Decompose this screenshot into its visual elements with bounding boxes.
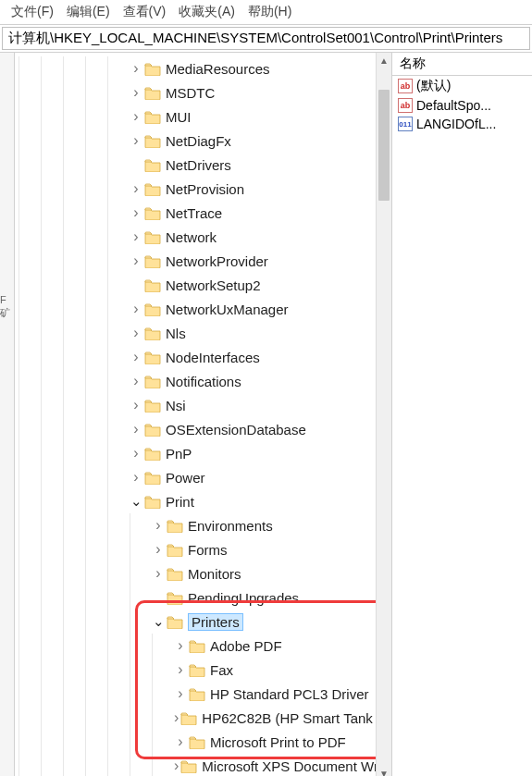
tree-node[interactable]: ›HP62C82B (HP Smart Tank 530 series) [19,706,373,730]
expand-chevron-icon[interactable]: › [174,661,187,678]
tree-node[interactable]: ›Microsoft Print to PDF [19,730,373,754]
tree-node[interactable]: ›MediaResources [19,56,373,80]
scroll-up-icon[interactable]: ▲ [377,53,391,68]
tree-node[interactable]: ›Network [19,225,373,249]
tree-node[interactable]: ›NodeInterfaces [19,345,373,369]
menu-help[interactable]: 帮助(H) [242,2,297,22]
expand-chevron-icon[interactable]: › [130,445,142,462]
expand-chevron-icon[interactable]: › [130,108,142,125]
value-name: (默认) [416,78,451,94]
tree-pane: ›MediaResources›MSDTC›MUI›NetDiagFxNetDr… [15,53,392,776]
tree-node-label: NetworkUxManager [166,302,289,317]
folder-icon [144,495,161,509]
tree-node-label: NetTrace [166,205,222,221]
expand-chevron-icon[interactable]: › [152,517,165,534]
folder-icon [144,62,161,76]
expand-chevron-icon[interactable]: › [130,325,142,341]
expand-chevron-icon[interactable]: › [130,373,142,389]
expand-chevron-icon[interactable]: › [130,132,142,149]
tree-node[interactable]: ›MUI [19,105,373,129]
address-bar[interactable]: 计算机\HKEY_LOCAL_MACHINE\SYSTEM\ControlSet… [2,27,530,50]
value-row[interactable]: abDefaultSpo... [392,96,532,115]
tree-node-label: Microsoft Print to PDF [210,734,346,750]
column-header-name[interactable]: 名称 [392,53,532,76]
menu-edit[interactable]: 编辑(E) [61,2,116,22]
menu-view[interactable]: 查看(V) [118,2,172,22]
tree-node[interactable]: ›NetworkUxManager [19,297,373,321]
expand-chevron-icon[interactable]: › [130,397,142,413]
tree-node[interactable]: ›NetTrace [19,201,373,225]
tree-node-label: Network [166,229,217,245]
tree-node[interactable]: ›NetDiagFx [19,129,373,153]
expand-chevron-icon[interactable]: › [174,685,187,702]
tree-node[interactable]: ›NetworkProvider [19,249,373,273]
expand-chevron-icon[interactable]: › [130,84,142,101]
tree-node-label: NodeInterfaces [166,350,260,365]
menu-favorites[interactable]: 收藏夹(A) [173,2,241,22]
tree-node[interactable]: ›Monitors [19,561,373,585]
folder-icon [167,567,183,581]
tree-node-label: HP Standard PCL3 Driver [210,686,368,702]
expand-chevron-icon[interactable]: › [152,565,165,582]
tree-node[interactable]: ⌄Print [19,489,373,513]
folder-icon [144,447,161,461]
folder-icon [144,302,161,316]
tree-node-label: Power [166,470,205,486]
tree-node[interactable]: NetworkSetup2 [19,273,373,297]
tree-node[interactable]: ⌄Printers [19,610,373,634]
expand-chevron-icon[interactable]: ⌄ [152,613,165,630]
tree-node[interactable]: PendingUpgrades [19,585,373,610]
expand-chevron-icon[interactable]: › [152,541,165,558]
value-name: DefaultSpo... [416,98,491,113]
tree-node[interactable]: ›OSExtensionDatabase [19,417,373,441]
tree-node[interactable]: ›Nls [19,321,373,345]
folder-icon [144,230,161,244]
scroll-down-icon[interactable]: ▼ [377,766,391,776]
expand-chevron-icon[interactable]: › [174,709,179,726]
folder-icon [144,158,161,172]
expand-chevron-icon[interactable]: › [130,301,142,317]
expand-chevron-icon[interactable]: › [174,637,187,654]
tree-node-label: Microsoft XPS Document Writer [202,758,392,774]
tree-node[interactable]: ›PnP [19,441,373,465]
tree-node[interactable]: ›Microsoft XPS Document Writer [19,754,373,776]
value-row[interactable]: 011LANGIDOfL... [392,115,532,133]
tree-node-label: Nsi [166,398,186,413]
expand-chevron-icon[interactable]: › [130,180,142,197]
tree-node[interactable]: ›NetProvision [19,177,373,201]
folder-icon [144,278,161,292]
tree-node[interactable]: ›Power [19,465,373,489]
tree-scrollbar[interactable]: ▲ ▼ [376,53,391,776]
tree-node[interactable]: ›Fax [19,658,373,682]
tree-node-label: NetProvision [166,181,244,197]
expand-chevron-icon[interactable]: › [130,421,142,437]
value-row[interactable]: ab(默认) [392,76,532,96]
tree-node-label: Fax [210,662,233,678]
tree-node[interactable]: ›Environments [19,513,373,537]
folder-icon [180,711,197,725]
tree-node[interactable]: ›Nsi [19,393,373,417]
tree-node[interactable]: ›HP Standard PCL3 Driver [19,682,373,706]
tree-node-label: NetDiagFx [166,133,231,149]
expand-chevron-icon[interactable]: › [174,733,187,750]
expand-chevron-icon[interactable]: › [130,469,142,486]
expand-chevron-icon[interactable]: › [130,204,142,221]
expand-chevron-icon[interactable]: › [130,228,142,245]
string-value-icon: ab [398,79,413,93]
tree-node[interactable]: ›Forms [19,537,373,561]
expand-chevron-icon[interactable]: ⌄ [130,493,142,510]
tree-node-label: MUI [166,109,192,125]
expand-chevron-icon[interactable]: › [174,758,179,774]
folder-icon [144,110,161,124]
tree-node[interactable]: ›MSDTC [19,80,373,105]
expand-chevron-icon[interactable]: › [130,349,142,365]
tree-node[interactable]: ›Adobe PDF [19,634,373,658]
expand-chevron-icon[interactable]: › [130,253,142,269]
scroll-thumb[interactable] [378,90,390,201]
menu-file[interactable]: 文件(F) [6,2,59,22]
expand-chevron-icon[interactable]: › [130,60,142,77]
folder-icon [144,423,161,437]
folder-icon [144,86,161,100]
tree-node[interactable]: ›Notifications [19,369,373,393]
tree-node[interactable]: NetDrivers [19,153,373,177]
